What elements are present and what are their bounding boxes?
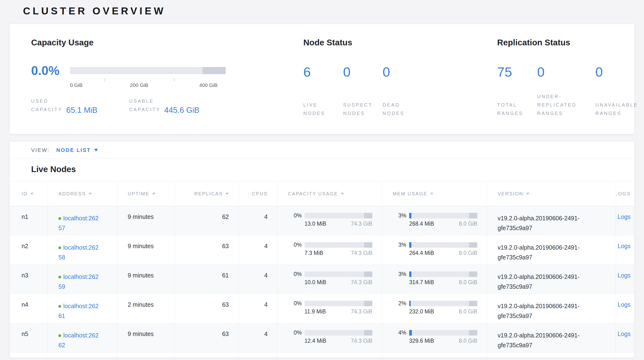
total-ranges-stat: 75 TOTAL RANGES: [497, 65, 537, 118]
mem-pct: 3%: [387, 271, 406, 277]
mem-total: 8.0 GiB: [459, 308, 477, 315]
replication-status-title: Replication Status: [497, 38, 644, 48]
live-nodes-stat: 6 LIVE NODES: [303, 65, 343, 118]
mem-total: 8.0 GiB: [459, 221, 477, 227]
node-live-dot-icon: [58, 276, 61, 278]
capacity-usage-cell: 0% 11.9 MiB 74.3 GiB: [278, 294, 382, 323]
capacity-total: 74.3 GiB: [351, 308, 372, 315]
used-capacity-label: USED CAPACITY: [31, 97, 62, 114]
node-address-link[interactable]: localhost:26262: [58, 332, 98, 348]
node-status-section: Node Status 6 LIVE NODES 0 SUSPECT NODES: [303, 38, 435, 118]
table-body: n1 localhost:26257 9 minutes 62 4 0% 13.…: [10, 206, 634, 357]
mem-used: 268.4 MiB: [409, 221, 434, 227]
mem-usage-cell: 3% 268.4 MiB 8.0 GiB: [382, 206, 487, 235]
axis-tick-label: 0 GiB: [70, 82, 83, 88]
node-list-card: VIEW: NODE LIST Live Nodes ID ADDRESS UP…: [10, 142, 634, 357]
mem-bar: [409, 330, 477, 335]
col-header-uptime[interactable]: UPTIME: [117, 182, 175, 206]
view-selected-value: NODE LIST: [56, 147, 91, 153]
suspect-nodes-label: SUSPECT NODES: [343, 101, 372, 118]
mem-pct: 4%: [387, 329, 406, 336]
node-replicas: 63: [175, 235, 238, 264]
node-replicas: 63: [175, 294, 238, 323]
node-address-link[interactable]: localhost:26261: [58, 303, 98, 319]
node-address-link[interactable]: localhost:26257: [58, 215, 98, 231]
node-id: n1: [10, 206, 48, 235]
capacity-bar: [304, 213, 372, 218]
mem-used: 264.4 MiB: [409, 250, 434, 256]
capacity-pct: 0%: [282, 242, 302, 248]
node-address-cell: localhost:26262: [48, 323, 117, 352]
capacity-used: 11.9 MiB: [304, 308, 326, 315]
axis-tick-label: 400 GiB: [199, 82, 218, 88]
replication-status-section: Replication Status 75 TOTAL RANGES 0 UND…: [497, 38, 644, 118]
table-row: n2 localhost:26258 9 minutes 63 4 0% 7.3…: [10, 235, 634, 265]
node-live-dot-icon: [58, 247, 61, 249]
capacity-usage-title: Capacity Usage: [31, 38, 295, 48]
node-address-cell: localhost:26259: [48, 265, 117, 294]
view-label: VIEW:: [31, 147, 50, 153]
node-address-link[interactable]: localhost:26259: [58, 273, 98, 290]
capacity-used: 12.4 MiB: [304, 338, 326, 344]
mem-usage-cell: 4% 329.6 MiB 8.0 GiB: [382, 323, 487, 352]
logs-cell: Logs: [616, 206, 634, 235]
capacity-total: 74.3 GiB: [351, 250, 372, 256]
sort-desc-icon: [526, 193, 530, 195]
capacity-total: 74.3 GiB: [351, 338, 372, 344]
capacity-total: 74.3 GiB: [351, 279, 372, 286]
usable-capacity-stat: USABLE CAPACITY 445.6 GiB: [129, 97, 199, 114]
col-header-mem-usage[interactable]: MEM USAGE: [382, 182, 487, 206]
capacity-usage-cell: 0% 10.0 MiB 74.3 GiB: [278, 265, 382, 294]
page-title: CLUSTER OVERVIEW: [0, 0, 644, 17]
sort-desc-icon: [341, 193, 344, 195]
node-id: n5: [10, 323, 48, 352]
axis-tick: [104, 78, 105, 81]
node-cpus: 4: [238, 294, 278, 323]
live-nodes-table: ID ADDRESS UPTIME REPLICAS CPUS CAPACITY…: [10, 181, 634, 357]
node-version: v19.2.0-alpha.20190606-2491-gfe735c9a97: [487, 206, 616, 235]
sort-desc-icon: [430, 193, 434, 195]
logs-link[interactable]: Logs: [618, 301, 630, 308]
col-header-capacity-usage[interactable]: CAPACITY USAGE: [278, 182, 382, 206]
mem-pct: 2%: [387, 300, 406, 307]
capacity-bar: [304, 301, 372, 306]
sort-desc-icon: [30, 193, 34, 195]
capacity-usage-cell: 0% 13.0 MiB 74.3 GiB: [278, 206, 382, 235]
node-cpus: 4: [238, 235, 278, 264]
view-selector-dropdown[interactable]: NODE LIST: [56, 147, 98, 153]
table-header-row: ID ADDRESS UPTIME REPLICAS CPUS CAPACITY…: [10, 181, 634, 206]
logs-link[interactable]: Logs: [618, 330, 630, 337]
sort-desc-icon: [152, 193, 156, 195]
capacity-pct: 0%: [282, 212, 302, 219]
sort-desc-icon: [226, 193, 229, 195]
usable-capacity-value: 445.6 GiB: [164, 106, 200, 114]
logs-cell: Logs: [616, 235, 634, 264]
axis-tick-label: 200 GiB: [130, 82, 148, 88]
under-replicated-ranges-stat: 0 UNDER- REPLICATED RANGES: [537, 65, 595, 118]
capacity-used: 7.3 MiB: [304, 250, 323, 256]
col-header-address[interactable]: ADDRESS: [48, 182, 117, 206]
node-uptime: 9 minutes: [117, 206, 175, 235]
dead-nodes-count: 0: [382, 65, 435, 79]
under-replicated-count: 0: [537, 65, 595, 79]
capacity-bar: [304, 271, 372, 277]
under-replicated-label: UNDER- REPLICATED RANGES: [537, 92, 576, 118]
node-status-title: Node Status: [303, 38, 435, 48]
table-row-partial: [10, 352, 634, 357]
mem-used: 329.6 MiB: [409, 338, 434, 344]
mem-usage-cell: 3% 314.7 MiB 8.0 GiB: [382, 265, 487, 294]
node-address-link[interactable]: localhost:26258: [58, 244, 98, 261]
node-uptime: 9 minutes: [117, 265, 175, 294]
logs-link[interactable]: Logs: [618, 243, 630, 249]
node-replicas: 62: [175, 206, 238, 235]
node-live-dot-icon: [58, 334, 61, 337]
col-header-replicas[interactable]: REPLICAS: [175, 182, 238, 206]
mem-bar: [409, 242, 477, 248]
node-replicas: 63: [175, 323, 238, 352]
capacity-used: 10.0 MiB: [304, 279, 326, 286]
node-address-cell: localhost:26261: [48, 294, 117, 323]
col-header-id[interactable]: ID: [10, 182, 48, 206]
col-header-version[interactable]: VERSION: [487, 182, 616, 206]
logs-link[interactable]: Logs: [618, 272, 630, 279]
logs-link[interactable]: Logs: [618, 213, 630, 220]
